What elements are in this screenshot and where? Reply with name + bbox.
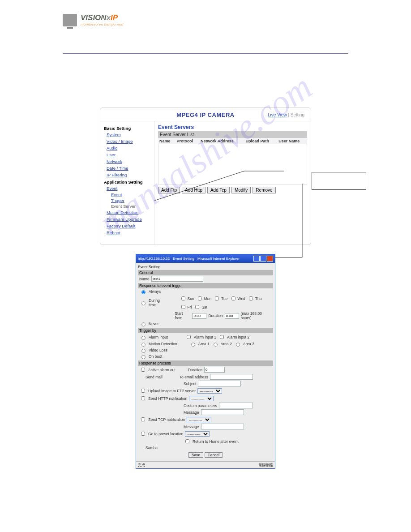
add-ftp-button[interactable]: Add Ftp [158,187,180,193]
to-email-label: To email address [180,375,208,379]
chk-alarm2[interactable] [220,335,224,339]
dur2-label: Duration [188,368,202,372]
logo-tagline: monitoreo en tiempo real [81,22,124,26]
sidebar-item-factory[interactable]: Factory Default [107,223,151,229]
radio-area3[interactable] [236,343,240,347]
chk-return-home[interactable] [185,439,189,443]
radio-motion[interactable] [141,343,146,347]
during-label: During time [149,298,165,307]
section-response: Response process [138,360,273,366]
cancel-button[interactable]: Cancel [205,452,223,458]
radio-alarm-input[interactable] [141,336,146,340]
sidebar-sub-event-server[interactable]: Event Server [111,204,151,209]
brand-logo: VISIONxIP monitoreo en tiempo real [63,13,348,26]
chk-mon[interactable] [198,296,202,300]
dialog-titlebar: http://192.168.10.33 - Event Setting - M… [138,257,240,261]
sidebar-item-network[interactable]: Network [107,159,151,164]
sidebar-item-user[interactable]: User [107,152,151,158]
custom-params-input[interactable] [219,403,253,408]
sidebar-item-motion[interactable]: Motion Detection [107,210,151,215]
chk-go-preset[interactable] [141,432,145,436]
duration-label: Duration [208,313,223,318]
sidebar-item-firmware[interactable]: Firmware Upgrade [107,216,151,222]
content-title: Event Servers [158,124,307,130]
chk-upload-ftp[interactable] [141,389,145,393]
preset-select[interactable]: ----------- [185,431,210,437]
radio-never[interactable] [141,322,146,326]
sidebar-sub-event[interactable]: Event [111,192,151,197]
chk-tue[interactable] [215,296,219,300]
chk-thu[interactable] [249,296,253,300]
status-left: 完成 [138,463,145,468]
name-label: Name [139,277,150,281]
start-from-label: Start from [175,311,190,320]
always-label: Always [149,289,161,294]
sidebar-item-audio[interactable]: Audio [107,145,151,151]
sidebar-item-video-image[interactable]: Video / Image [107,138,151,144]
chk-send-tcp[interactable] [141,417,145,421]
close-icon[interactable] [267,256,273,262]
tcp-message-label: Message [184,425,199,429]
tcp-select[interactable]: ----------- [187,417,211,422]
alarm-out-label: Active alarm out [148,368,176,372]
chk-alarm1[interactable] [187,335,191,339]
ftp-select[interactable]: ----------- [197,388,222,394]
duration-input[interactable] [225,313,239,319]
http-message-input[interactable] [201,409,244,415]
sidebar-item-event[interactable]: Event [107,185,151,191]
tcp-message-input[interactable] [201,424,244,429]
setting-label: Setting [291,112,304,117]
to-email-input[interactable] [210,374,253,380]
video-loss-label: Video Loss [149,348,167,352]
radio-area2[interactable] [214,343,218,347]
col-protocol: Protocol [175,138,199,144]
divider [63,53,348,54]
add-tcp-button[interactable]: Add Tcp [207,187,230,193]
modify-button[interactable]: Modify [231,187,251,193]
col-upload: Upload Path [244,138,277,144]
custom-params-label: Custom parameters [184,403,217,408]
alarm-input-label: Alarm input [149,335,168,339]
radio-during[interactable] [141,301,146,305]
remove-button[interactable]: Remove [253,187,275,193]
sidebar-sub-trigger[interactable]: Trigger [111,198,151,203]
upload-ftp-label: Upload image to FTP server [148,389,196,393]
subject-label: Subject [184,382,196,386]
radio-on-boot[interactable] [141,355,146,359]
minimize-icon[interactable] [253,256,260,262]
dur2-input[interactable] [204,367,225,373]
sidebar-app-heading: Application Setting [104,180,151,184]
maximize-icon[interactable] [260,256,266,262]
chk-alarm-out[interactable] [141,368,145,372]
live-view-link[interactable]: Live View [268,112,287,117]
link-separator: | [288,112,289,117]
sidebar-item-system[interactable]: System [107,132,151,137]
logo-text-3: IP [111,13,118,22]
sidebar-item-date-time[interactable]: Date / Time [107,165,151,171]
status-right: 網際網路 [259,463,273,468]
radio-video-loss[interactable] [141,349,146,353]
chk-sat[interactable] [195,305,199,309]
subject-input[interactable] [198,381,241,386]
sidebar-item-reboot[interactable]: Reboot [107,230,151,236]
section-response-trigger: Response to event trigger [138,283,273,288]
monitor-icon [63,14,77,26]
save-button[interactable]: Save [188,452,203,458]
name-input[interactable] [151,276,203,282]
http-select[interactable]: ----------- [189,396,214,401]
return-home-label: Return to Home after event. [193,439,240,444]
chk-sun[interactable] [181,296,185,300]
on-boot-label: On boot [149,354,162,359]
chk-fri[interactable] [181,305,185,309]
add-http-button[interactable]: Add Http [182,187,206,193]
radio-always[interactable] [141,290,146,294]
chk-wed[interactable] [231,296,235,300]
logo-text-2: x [107,13,111,22]
sidebar-item-ip-filtering[interactable]: IP Filtering [107,172,151,178]
duration-note: (max 168:00 hours) [241,311,272,320]
radio-area1[interactable] [191,343,195,347]
chk-send-http[interactable] [141,396,145,400]
empty-server-list [158,144,307,185]
start-input[interactable] [192,313,206,319]
dialog-heading: Event Setting [138,265,273,269]
